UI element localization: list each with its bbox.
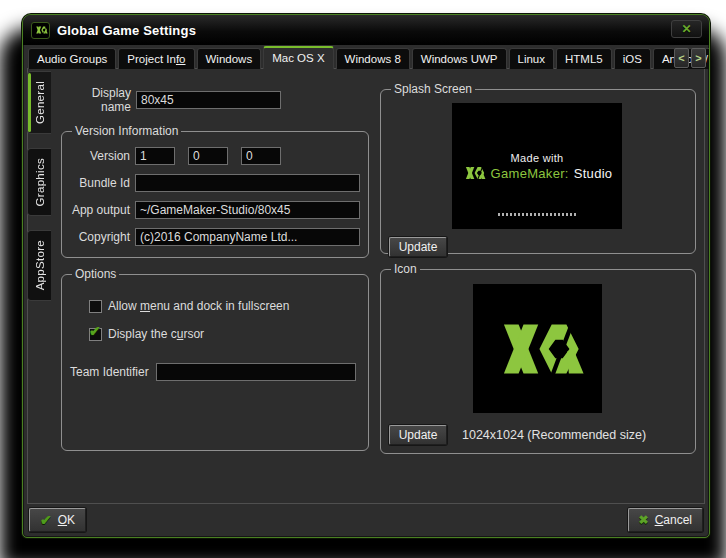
- icon-group: Icon Update 1024x1024 (Recommended size): [380, 262, 696, 454]
- x-icon: ✖: [639, 514, 649, 526]
- splash-screen-group: Splash Screen Made with GameMaker: Studi…: [380, 82, 696, 254]
- options-group: Options Allow menu and dock in fullscree…: [61, 267, 369, 451]
- tab-project-info[interactable]: Project Info: [118, 48, 194, 69]
- section-tab-rail: General Graphics AppStore: [27, 69, 51, 503]
- allow-menu-dock-checkbox-row[interactable]: Allow menu and dock in fullscreen: [89, 299, 360, 313]
- right-column: Splash Screen Made with GameMaker: Studi…: [380, 82, 696, 503]
- gamemaker-logo-icon: [488, 323, 586, 375]
- app-output-input[interactable]: [135, 201, 360, 219]
- display-name-input[interactable]: [136, 91, 281, 109]
- tab-mac-os-x[interactable]: Mac OS X: [263, 46, 333, 69]
- tab-windows-8[interactable]: Windows 8: [336, 48, 410, 69]
- splash-screen-title: Splash Screen: [391, 82, 475, 96]
- display-cursor-label: Display the cursor: [108, 327, 204, 341]
- allow-menu-dock-label: Allow menu and dock in fullscreen: [108, 299, 289, 313]
- general-settings-content: Display name Version Information Version: [51, 69, 704, 503]
- display-cursor-checkbox-row[interactable]: Display the cursor: [89, 327, 360, 341]
- cancel-button[interactable]: ✖ Cancel: [628, 508, 703, 532]
- side-tab-appstore[interactable]: AppStore: [27, 230, 51, 300]
- splash-brand-line: GameMaker: Studio: [462, 166, 613, 181]
- side-tab-general[interactable]: General: [27, 71, 51, 134]
- gamemaker-logo-icon: [462, 167, 486, 179]
- tab-scroll-right-button[interactable]: >: [691, 48, 706, 68]
- splash-update-button[interactable]: Update: [389, 237, 447, 257]
- window-title: Global Game Settings: [57, 23, 196, 38]
- icon-update-button[interactable]: Update: [389, 425, 447, 445]
- version-information-title: Version Information: [72, 124, 181, 138]
- version-label: Version: [68, 149, 130, 163]
- dialog-footer: ✔ OK ✖ Cancel: [23, 504, 709, 537]
- global-game-settings-window: Global Game Settings ✕ Audio Groups Proj…: [22, 14, 710, 538]
- close-button[interactable]: ✕: [671, 20, 702, 38]
- ok-button[interactable]: ✔ OK: [29, 508, 86, 532]
- icon-preview: [473, 284, 602, 413]
- copyright-input[interactable]: [135, 228, 360, 246]
- splash-fine-print: [498, 213, 576, 216]
- desktop-background: Global Game Settings ✕ Audio Groups Proj…: [0, 0, 726, 558]
- tab-scroll-left-button[interactable]: <: [674, 48, 689, 68]
- icon-title: Icon: [391, 262, 420, 276]
- app-output-label: App output: [68, 203, 130, 217]
- settings-panel: General Graphics AppStore Display name V…: [27, 68, 705, 504]
- team-identifier-label: Team Identifier: [70, 365, 149, 379]
- version-minor-input[interactable]: [188, 147, 228, 165]
- tab-ios[interactable]: iOS: [614, 48, 651, 69]
- allow-menu-dock-checkbox[interactable]: [89, 300, 102, 313]
- version-build-input[interactable]: [241, 147, 281, 165]
- team-identifier-input[interactable]: [156, 363, 356, 381]
- window-titlebar[interactable]: Global Game Settings ✕: [23, 15, 709, 45]
- version-information-group: Version Information Version Bundle Id: [61, 124, 369, 258]
- tab-scroll-buttons: < >: [674, 48, 706, 68]
- tab-html5[interactable]: HTML5: [556, 48, 612, 69]
- display-cursor-checkbox[interactable]: [89, 328, 102, 341]
- gamemaker-logo-icon: [31, 22, 50, 39]
- platform-tabbar: Audio Groups Project Info Windows Mac OS…: [23, 45, 709, 69]
- splash-brand-studio: Studio: [574, 166, 613, 181]
- bundle-id-input[interactable]: [135, 174, 360, 192]
- left-column: Display name Version Information Version: [61, 82, 369, 503]
- splash-screen-preview: Made with GameMaker: Studio: [452, 103, 622, 229]
- check-icon: ✔: [40, 513, 52, 527]
- chevron-right-icon: >: [695, 52, 701, 64]
- cancel-label: Cancel: [655, 513, 692, 527]
- tab-windows[interactable]: Windows: [197, 48, 262, 69]
- version-major-input[interactable]: [135, 147, 175, 165]
- tab-linux[interactable]: Linux: [509, 48, 555, 69]
- bundle-id-label: Bundle Id: [68, 176, 130, 190]
- side-tab-graphics[interactable]: Graphics: [27, 148, 51, 216]
- tab-audio-groups[interactable]: Audio Groups: [28, 48, 116, 69]
- chevron-left-icon: <: [678, 52, 684, 64]
- copyright-label: Copyright: [68, 230, 130, 244]
- splash-brand-gamemaker: GameMaker:: [491, 166, 569, 181]
- icon-size-hint: 1024x1024 (Recommended size): [462, 428, 646, 442]
- options-title: Options: [72, 267, 119, 281]
- ok-label: OK: [58, 513, 75, 527]
- display-name-label: Display name: [61, 86, 131, 114]
- splash-made-with-text: Made with: [511, 152, 564, 164]
- tab-windows-uwp[interactable]: Windows UWP: [412, 48, 507, 69]
- close-icon: ✕: [681, 22, 691, 36]
